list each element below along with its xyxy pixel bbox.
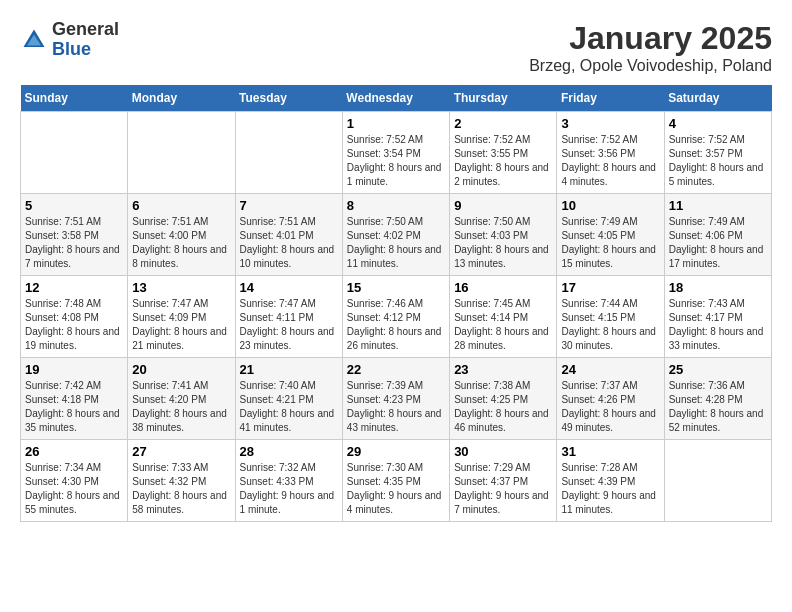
day-number: 25 [669,362,767,377]
calendar-cell: 27Sunrise: 7:33 AM Sunset: 4:32 PM Dayli… [128,440,235,522]
day-info: Sunrise: 7:45 AM Sunset: 4:14 PM Dayligh… [454,297,552,353]
calendar-cell: 5Sunrise: 7:51 AM Sunset: 3:58 PM Daylig… [21,194,128,276]
calendar-week-3: 12Sunrise: 7:48 AM Sunset: 4:08 PM Dayli… [21,276,772,358]
day-info: Sunrise: 7:41 AM Sunset: 4:20 PM Dayligh… [132,379,230,435]
day-number: 28 [240,444,338,459]
logo-blue: Blue [52,40,119,60]
day-number: 17 [561,280,659,295]
calendar-cell: 3Sunrise: 7:52 AM Sunset: 3:56 PM Daylig… [557,112,664,194]
day-info: Sunrise: 7:50 AM Sunset: 4:02 PM Dayligh… [347,215,445,271]
day-info: Sunrise: 7:52 AM Sunset: 3:54 PM Dayligh… [347,133,445,189]
day-number: 21 [240,362,338,377]
calendar-cell: 24Sunrise: 7:37 AM Sunset: 4:26 PM Dayli… [557,358,664,440]
calendar-cell: 26Sunrise: 7:34 AM Sunset: 4:30 PM Dayli… [21,440,128,522]
calendar-cell: 2Sunrise: 7:52 AM Sunset: 3:55 PM Daylig… [450,112,557,194]
calendar-cell [235,112,342,194]
day-number: 1 [347,116,445,131]
day-info: Sunrise: 7:47 AM Sunset: 4:09 PM Dayligh… [132,297,230,353]
calendar-cell: 16Sunrise: 7:45 AM Sunset: 4:14 PM Dayli… [450,276,557,358]
calendar-week-4: 19Sunrise: 7:42 AM Sunset: 4:18 PM Dayli… [21,358,772,440]
calendar-cell: 20Sunrise: 7:41 AM Sunset: 4:20 PM Dayli… [128,358,235,440]
calendar-cell: 31Sunrise: 7:28 AM Sunset: 4:39 PM Dayli… [557,440,664,522]
calendar-cell: 13Sunrise: 7:47 AM Sunset: 4:09 PM Dayli… [128,276,235,358]
day-info: Sunrise: 7:47 AM Sunset: 4:11 PM Dayligh… [240,297,338,353]
day-number: 18 [669,280,767,295]
day-number: 3 [561,116,659,131]
day-info: Sunrise: 7:38 AM Sunset: 4:25 PM Dayligh… [454,379,552,435]
calendar-cell: 8Sunrise: 7:50 AM Sunset: 4:02 PM Daylig… [342,194,449,276]
weekday-header-sunday: Sunday [21,85,128,112]
day-info: Sunrise: 7:50 AM Sunset: 4:03 PM Dayligh… [454,215,552,271]
calendar-cell [21,112,128,194]
day-number: 7 [240,198,338,213]
calendar-cell: 9Sunrise: 7:50 AM Sunset: 4:03 PM Daylig… [450,194,557,276]
weekday-header-thursday: Thursday [450,85,557,112]
weekday-header-row: SundayMondayTuesdayWednesdayThursdayFrid… [21,85,772,112]
day-number: 26 [25,444,123,459]
weekday-header-friday: Friday [557,85,664,112]
calendar-table: SundayMondayTuesdayWednesdayThursdayFrid… [20,85,772,522]
calendar-cell: 22Sunrise: 7:39 AM Sunset: 4:23 PM Dayli… [342,358,449,440]
day-number: 31 [561,444,659,459]
day-info: Sunrise: 7:52 AM Sunset: 3:57 PM Dayligh… [669,133,767,189]
weekday-header-wednesday: Wednesday [342,85,449,112]
calendar-cell: 28Sunrise: 7:32 AM Sunset: 4:33 PM Dayli… [235,440,342,522]
day-number: 6 [132,198,230,213]
calendar-cell: 17Sunrise: 7:44 AM Sunset: 4:15 PM Dayli… [557,276,664,358]
calendar-cell: 15Sunrise: 7:46 AM Sunset: 4:12 PM Dayli… [342,276,449,358]
day-info: Sunrise: 7:40 AM Sunset: 4:21 PM Dayligh… [240,379,338,435]
day-number: 27 [132,444,230,459]
day-number: 30 [454,444,552,459]
weekday-header-saturday: Saturday [664,85,771,112]
day-number: 8 [347,198,445,213]
day-number: 11 [669,198,767,213]
logo: General Blue [20,20,119,60]
day-number: 23 [454,362,552,377]
calendar-cell: 14Sunrise: 7:47 AM Sunset: 4:11 PM Dayli… [235,276,342,358]
day-info: Sunrise: 7:29 AM Sunset: 4:37 PM Dayligh… [454,461,552,517]
day-number: 29 [347,444,445,459]
calendar-week-1: 1Sunrise: 7:52 AM Sunset: 3:54 PM Daylig… [21,112,772,194]
day-number: 10 [561,198,659,213]
day-info: Sunrise: 7:34 AM Sunset: 4:30 PM Dayligh… [25,461,123,517]
calendar-cell: 1Sunrise: 7:52 AM Sunset: 3:54 PM Daylig… [342,112,449,194]
day-info: Sunrise: 7:32 AM Sunset: 4:33 PM Dayligh… [240,461,338,517]
page-header: General Blue January 2025 Brzeg, Opole V… [20,20,772,75]
day-info: Sunrise: 7:37 AM Sunset: 4:26 PM Dayligh… [561,379,659,435]
day-info: Sunrise: 7:51 AM Sunset: 4:01 PM Dayligh… [240,215,338,271]
calendar-cell: 10Sunrise: 7:49 AM Sunset: 4:05 PM Dayli… [557,194,664,276]
day-info: Sunrise: 7:46 AM Sunset: 4:12 PM Dayligh… [347,297,445,353]
day-number: 9 [454,198,552,213]
calendar-cell: 21Sunrise: 7:40 AM Sunset: 4:21 PM Dayli… [235,358,342,440]
day-number: 12 [25,280,123,295]
day-number: 13 [132,280,230,295]
day-info: Sunrise: 7:51 AM Sunset: 3:58 PM Dayligh… [25,215,123,271]
day-number: 22 [347,362,445,377]
day-number: 16 [454,280,552,295]
logo-icon [20,26,48,54]
day-info: Sunrise: 7:44 AM Sunset: 4:15 PM Dayligh… [561,297,659,353]
calendar-cell: 23Sunrise: 7:38 AM Sunset: 4:25 PM Dayli… [450,358,557,440]
calendar-cell: 11Sunrise: 7:49 AM Sunset: 4:06 PM Dayli… [664,194,771,276]
day-number: 2 [454,116,552,131]
calendar-cell: 7Sunrise: 7:51 AM Sunset: 4:01 PM Daylig… [235,194,342,276]
calendar-header: SundayMondayTuesdayWednesdayThursdayFrid… [21,85,772,112]
calendar-cell: 12Sunrise: 7:48 AM Sunset: 4:08 PM Dayli… [21,276,128,358]
day-number: 5 [25,198,123,213]
day-info: Sunrise: 7:42 AM Sunset: 4:18 PM Dayligh… [25,379,123,435]
day-info: Sunrise: 7:51 AM Sunset: 4:00 PM Dayligh… [132,215,230,271]
logo-general: General [52,20,119,40]
day-info: Sunrise: 7:49 AM Sunset: 4:06 PM Dayligh… [669,215,767,271]
calendar-cell: 29Sunrise: 7:30 AM Sunset: 4:35 PM Dayli… [342,440,449,522]
weekday-header-tuesday: Tuesday [235,85,342,112]
calendar-cell: 30Sunrise: 7:29 AM Sunset: 4:37 PM Dayli… [450,440,557,522]
day-info: Sunrise: 7:28 AM Sunset: 4:39 PM Dayligh… [561,461,659,517]
day-number: 20 [132,362,230,377]
calendar-cell: 6Sunrise: 7:51 AM Sunset: 4:00 PM Daylig… [128,194,235,276]
page-subtitle: Brzeg, Opole Voivodeship, Poland [529,57,772,75]
day-number: 24 [561,362,659,377]
calendar-week-5: 26Sunrise: 7:34 AM Sunset: 4:30 PM Dayli… [21,440,772,522]
title-block: January 2025 Brzeg, Opole Voivodeship, P… [529,20,772,75]
weekday-header-monday: Monday [128,85,235,112]
day-info: Sunrise: 7:52 AM Sunset: 3:55 PM Dayligh… [454,133,552,189]
